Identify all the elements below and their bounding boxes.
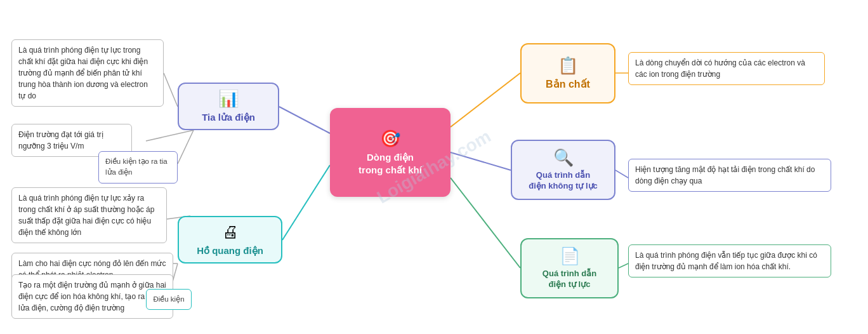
svg-line-3 <box>450 152 511 170</box>
info-qtdd-tu-luc: Là quá trình phóng điện vẫn tiếp tục giữ… <box>628 244 831 277</box>
ban-chat-icon: 📋 <box>558 56 578 76</box>
center-node: 🎯 Dòng điệntrong chất khí <box>330 108 450 197</box>
info-ban-chat: Là dòng chuyển dời có hướng của các elec… <box>628 52 825 85</box>
tia-lua-label: Tia lửa điện <box>202 111 255 124</box>
ho-quang-label: Hồ quang điện <box>197 244 263 257</box>
qtdd-tu-luc-icon: 📄 <box>560 246 580 266</box>
tia-lua-node: 📊 Tia lửa điện <box>178 83 279 130</box>
info-ho-quang-top: Là quá trình phóng điện tự lực xảy ra tr… <box>11 187 167 243</box>
info-tia-lua-top: Là quá trình phóng điện tự lực trong chấ… <box>11 39 164 107</box>
qtdd-khong-label: Quá trình dẫnđiện không tự lực <box>529 170 598 192</box>
svg-line-4 <box>450 178 520 268</box>
qtdd-khong-node: 🔍 Quá trình dẫnđiện không tự lực <box>511 140 615 200</box>
tia-lua-icon: 📊 <box>218 89 239 109</box>
center-icon: 🎯 <box>380 129 400 149</box>
qtdd-tu-luc-node: 📄 Quá trình dẫnđiện tự lực <box>520 238 619 298</box>
info-tia-lua-cond: Điều kiện tạo ra tia lửa điện <box>98 151 178 184</box>
svg-line-2 <box>450 73 520 127</box>
ban-chat-label: Bản chất <box>546 78 590 91</box>
qtdd-khong-icon: 🔍 <box>553 148 574 168</box>
svg-line-12 <box>615 170 628 178</box>
ho-quang-node: 🖨 Hồ quang điện <box>178 216 282 264</box>
ho-quang-icon: 🖨 <box>222 222 239 242</box>
ban-chat-node: 📋 Bản chất <box>520 43 615 104</box>
center-label: Dòng điệntrong chất khí <box>358 151 422 176</box>
svg-line-1 <box>282 165 330 240</box>
qtdd-tu-luc-label: Quá trình dẫnđiện tự lực <box>542 269 596 290</box>
svg-line-6 <box>146 130 194 141</box>
info-qtdd-khong: Hiện tượng tăng mật độ hạt tải điện tron… <box>628 159 831 192</box>
svg-line-5 <box>164 73 178 107</box>
info-ho-quang-cond: Điều kiện <box>146 289 192 310</box>
mind-map-canvas: Loigiaihay.com 🎯 Dòng điệntrong <box>0 0 868 334</box>
svg-line-13 <box>619 264 628 268</box>
svg-line-0 <box>279 107 330 133</box>
svg-line-7 <box>178 130 194 164</box>
